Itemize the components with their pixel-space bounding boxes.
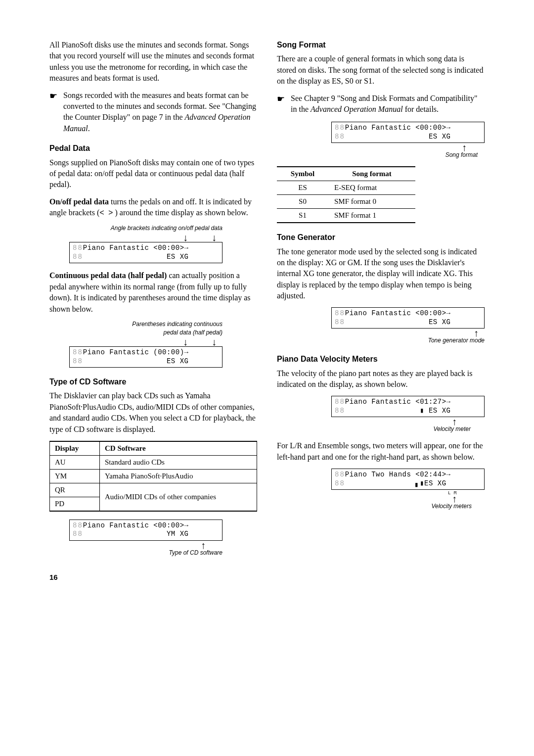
page-number: 16 — [49, 572, 485, 582]
lcd-cd-block: 88Piano Fantastic <00:00>→ 88 YM XG ↑ Ty… — [69, 520, 222, 557]
table-row: AU Standard audio CDs — [50, 455, 257, 469]
table-row: YM Yamaha PianoSoft·PlusAudio — [50, 469, 257, 483]
pedal-heading: Pedal Data — [49, 143, 257, 154]
intro-bullet: ☛ Songs recorded with the measures and b… — [49, 90, 257, 135]
lcd-half-block: Parentheses indicating continuous pedal … — [69, 321, 222, 368]
pedal-p2: On/off pedal data turns the pedals on an… — [49, 196, 257, 219]
lcd-onoff-block: Angle brackets indicating on/off pedal d… — [69, 225, 222, 263]
lcd-half-caption-1: Parentheses indicating continuous — [69, 321, 222, 328]
arrow-up-icon: ↑ — [452, 418, 485, 425]
arrow-up-icon: ↑ — [462, 144, 485, 151]
bullet-marker: ☛ — [277, 93, 289, 115]
cd-th-software: CD Software — [100, 441, 257, 456]
lcd-song-block: 88Piano Fantastic <00:00>→ 88 ES XG ↑ So… — [331, 122, 485, 159]
pedal-p1: Songs supplied on PianoSoft disks may co… — [49, 157, 257, 190]
lcd-vel1-label: Velocity meter — [433, 425, 485, 433]
cd-table: Display CD Software AU Standard audio CD… — [49, 441, 257, 512]
arrow-down-icon: ↓ — [183, 233, 188, 242]
cd-p1: The Disklavier can play back CDs such as… — [49, 390, 257, 435]
tone-p1: The tone generator mode used by the sele… — [277, 246, 485, 302]
pedal-p3: Continuous pedal data (half pedal) can a… — [49, 270, 257, 315]
lcd-display: 88Piano Fantastic (00:00)→ 88 ES XG — [69, 346, 222, 368]
lcd-vel2-label: Velocity meters — [431, 502, 485, 511]
lcd-tone-block: 88Piano Fantastic <00:00>→ 88 ES XG ↑ To… — [331, 307, 485, 345]
sym-th-format: Song format — [328, 167, 415, 181]
arrow-up-icon: ↑ — [474, 330, 485, 336]
cd-th-display: Display — [50, 441, 100, 456]
tone-heading: Tone Generator — [277, 232, 485, 243]
arrow-up-icon: ↑ — [201, 542, 222, 549]
lcd-display: 88Piano Fantastic <00:00>→ 88 ES XG — [331, 122, 485, 143]
table-row: S1SMF format 1 — [277, 209, 415, 223]
sym-th-symbol: Symbol — [277, 167, 328, 181]
lcd-display: 88Piano Fantastic <00:00>→ 88 ES XG — [69, 242, 222, 263]
table-row: QR Audio/MIDI CDs of other companies — [50, 483, 257, 497]
lcd-vel1-block: 88Piano Fantastic <01:27>→ 88 ▮ ES XG ↑ … — [331, 396, 485, 433]
arrow-down-icon: ↓ — [212, 337, 217, 346]
lcd-display: 88Piano Two Hands <02:44>→ 88 ▖▮ES XG — [331, 469, 485, 490]
intro-bullet-text: Songs recorded with the measures and bea… — [61, 90, 257, 135]
lcd-onoff-caption: Angle brackets indicating on/off pedal d… — [69, 225, 222, 232]
cd-heading: Type of CD Software — [49, 377, 257, 387]
song-format-table: Symbol Song format ESE-SEQ format S0SMF … — [277, 166, 415, 223]
song-p1: There are a couple of general formats in… — [277, 53, 485, 87]
lcd-tone-label: Tone generator mode — [428, 336, 485, 345]
lcd-vel2-block: 88Piano Two Hands <02:44>→ 88 ▖▮ES XG L … — [331, 469, 485, 511]
lcd-display: 88Piano Fantastic <00:00>→ 88 ES XG — [331, 307, 485, 329]
velocity-p1: The velocity of the piano part notes as … — [277, 368, 485, 390]
lcd-song-label: Song format — [445, 151, 485, 159]
lcd-half-caption-2: pedal data (half pedal) — [69, 329, 222, 336]
velocity-heading: Piano Data Velocity Meters — [277, 354, 485, 365]
intro-paragraph: All PianoSoft disks use the minutes and … — [49, 40, 257, 84]
lr-label: L R — [331, 491, 485, 495]
table-row: S0SMF format 0 — [277, 195, 415, 209]
lcd-cd-label: Type of CD software — [169, 549, 222, 557]
arrow-down-icon: ↓ — [212, 233, 217, 242]
bullet-marker: ☛ — [49, 90, 61, 135]
song-heading: Song Format — [277, 40, 485, 50]
arrow-up-icon: ↑ — [452, 495, 485, 502]
lcd-display: 88Piano Fantastic <01:27>→ 88 ▮ ES XG — [331, 396, 485, 417]
table-row: ESE-SEQ format — [277, 181, 415, 195]
lcd-display: 88Piano Fantastic <00:00>→ 88 YM XG — [69, 520, 222, 541]
velocity-p2: For L/R and Ensemble songs, two meters w… — [277, 440, 485, 463]
song-bullet: ☛ See Chapter 9 "Song and Disk Formats a… — [277, 93, 485, 115]
song-bullet-text: See Chapter 9 "Song and Disk Formats and… — [289, 93, 485, 115]
arrow-down-icon: ↓ — [183, 337, 188, 346]
